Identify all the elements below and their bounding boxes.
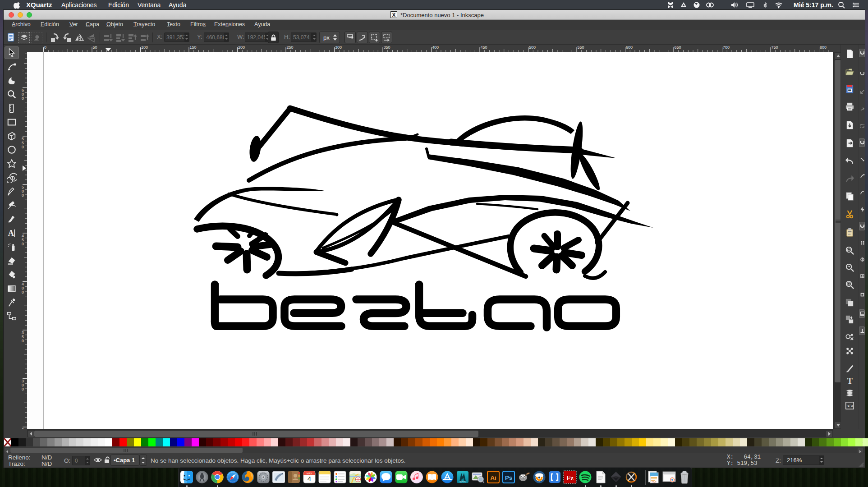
svg-text:150: 150 bbox=[190, 45, 197, 50]
svg-text:550: 550 bbox=[578, 45, 584, 50]
svg-text:450: 450 bbox=[481, 45, 487, 50]
svg-text:0: 0 bbox=[44, 45, 46, 50]
svg-text:100: 100 bbox=[141, 45, 148, 50]
svg-text:600: 600 bbox=[626, 45, 633, 50]
svg-text:750: 750 bbox=[772, 45, 778, 50]
svg-text:0: 0 bbox=[22, 193, 24, 198]
svg-text:650: 650 bbox=[675, 45, 681, 50]
svg-text:800: 800 bbox=[820, 45, 827, 50]
svg-text:50: 50 bbox=[93, 45, 97, 50]
svg-text:250: 250 bbox=[287, 45, 294, 50]
svg-text:0: 0 bbox=[22, 242, 24, 246]
svg-text:MAYA: MAYA bbox=[459, 480, 466, 483]
svg-text:Fz: Fz bbox=[566, 474, 574, 482]
svg-text:0: 0 bbox=[22, 96, 24, 101]
svg-text:500: 500 bbox=[529, 45, 536, 50]
svg-text:400: 400 bbox=[432, 45, 439, 50]
svg-text:PDF: PDF bbox=[652, 480, 657, 483]
svg-text:2: 2 bbox=[22, 427, 24, 430]
svg-text:T: T bbox=[847, 377, 853, 386]
svg-text:350: 350 bbox=[384, 45, 390, 50]
svg-text:700: 700 bbox=[723, 45, 730, 50]
svg-text:0: 0 bbox=[22, 387, 24, 391]
svg-text:<>: <> bbox=[847, 403, 854, 409]
svg-text:0: 0 bbox=[22, 290, 24, 294]
svg-text:200: 200 bbox=[238, 45, 245, 50]
svg-text:0: 0 bbox=[22, 339, 24, 343]
svg-text:A: A bbox=[8, 229, 14, 238]
svg-text:Ai: Ai bbox=[491, 474, 496, 481]
svg-text:MAY: MAY bbox=[307, 472, 312, 475]
svg-text:300: 300 bbox=[335, 45, 342, 50]
svg-text:0: 0 bbox=[22, 145, 24, 149]
svg-text:4: 4 bbox=[308, 475, 311, 482]
svg-text:Ps: Ps bbox=[505, 474, 512, 481]
